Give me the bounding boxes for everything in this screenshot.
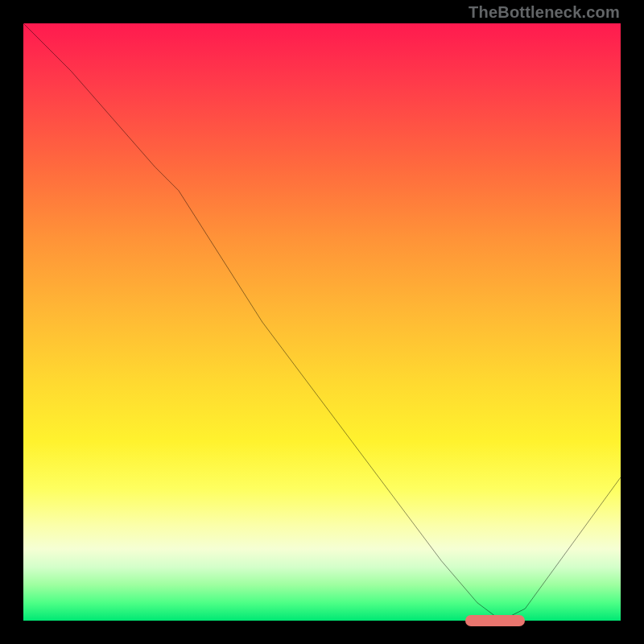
optimal-zone-marker	[465, 615, 525, 626]
watermark-text: TheBottleneck.com	[469, 3, 620, 22]
plot-area	[23, 23, 621, 621]
chart-frame: TheBottleneck.com	[0, 0, 644, 644]
bottleneck-curve	[23, 23, 621, 621]
